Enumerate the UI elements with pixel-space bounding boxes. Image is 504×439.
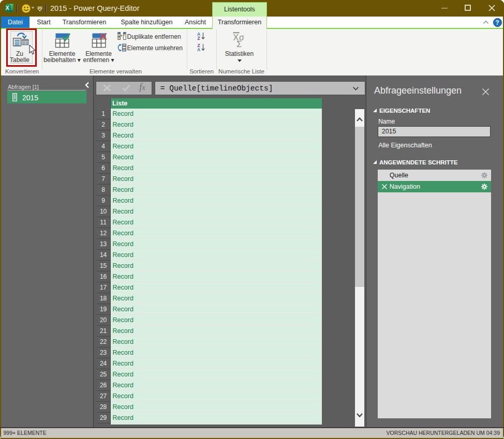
svg-text:A: A — [197, 47, 200, 52]
svg-text:Z: Z — [197, 36, 200, 40]
svg-text:Σ: Σ — [236, 39, 242, 48]
svg-text:X: X — [5, 5, 9, 11]
